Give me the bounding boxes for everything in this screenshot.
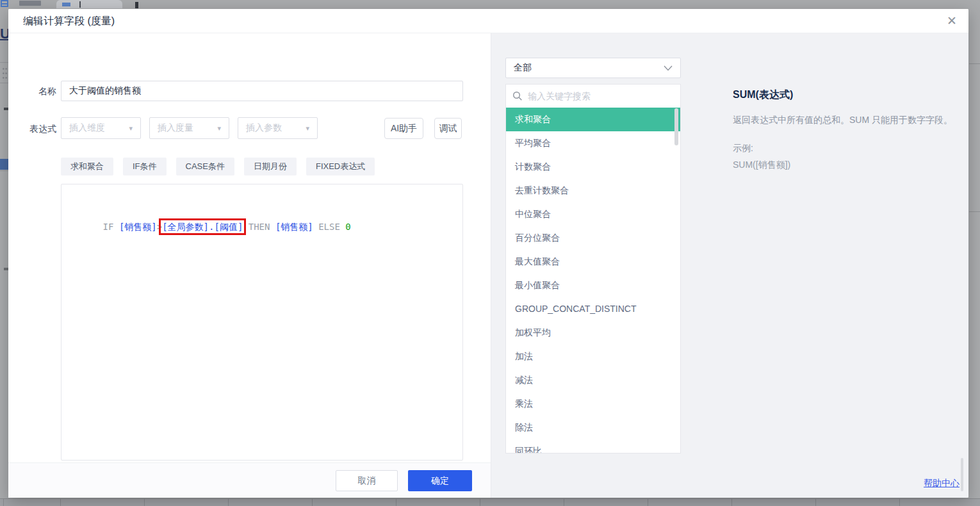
expression-token: 0 (345, 222, 350, 232)
dropdown-placeholder: 插入参数 (246, 122, 282, 134)
function-list-item[interactable]: 百分位聚合 (506, 226, 680, 250)
expression-editor[interactable]: IF [销售额]>[全局参数].[阈值] THEN [销售额] ELSE 0 (61, 184, 463, 461)
doc-title: SUM(表达式) (733, 88, 956, 102)
expression-token: > (157, 222, 162, 232)
caret-down-icon: ▾ (217, 124, 221, 133)
expression-token: [销售额] (275, 222, 313, 232)
insert-dropdown[interactable]: 插入度量 ▾ (149, 117, 229, 139)
function-reference-panel: 全部 求和聚合平均聚合计数聚合去重计数聚合中位聚合百分位聚合最大值聚合最小值聚合… (491, 33, 968, 498)
snippet-chip[interactable]: 日期月份 (244, 158, 297, 175)
function-list-item[interactable]: 最小值聚合 (506, 273, 680, 297)
caret-down-icon: ▾ (306, 124, 309, 133)
chevron-down-icon (664, 65, 673, 71)
category-select[interactable]: 全部 (505, 58, 681, 78)
name-label: 名称 (18, 86, 56, 97)
background-dash (4, 108, 8, 110)
function-search (506, 85, 680, 108)
function-list-item[interactable]: 平均聚合 (506, 131, 680, 155)
expression-token: [全局参数].[阈值] (162, 222, 243, 232)
background-divider (0, 83, 8, 83)
expression-token: THEN (243, 222, 275, 232)
expression-label: 表达式 (18, 124, 56, 135)
dialog-footer: 取消 确定 (8, 462, 491, 498)
function-list-item[interactable]: 加权平均 (506, 321, 680, 345)
background-table-grid (0, 498, 980, 506)
caret-down-icon: ▾ (129, 124, 133, 133)
function-doc: SUM(表达式) 返回表达式中所有值的总和。SUM 只能用于数字字段。 示例: … (733, 88, 956, 171)
background-divider (969, 211, 980, 212)
function-list-item[interactable]: GROUP_CONCAT_DISTINCT (506, 297, 680, 321)
debug-button[interactable]: 调试 (434, 118, 462, 139)
dropdown-placeholder: 插入维度 (69, 122, 105, 134)
function-list-item[interactable]: 求和聚合 (506, 108, 680, 131)
confirm-button[interactable]: 确定 (408, 470, 472, 491)
dialog-header: 编辑计算字段 (度量) ✕ (8, 9, 968, 33)
background-cursor-tick (79, 1, 81, 8)
function-list-item[interactable]: 最大值聚合 (506, 250, 680, 273)
expression-token: ELSE (313, 222, 346, 232)
function-list-item[interactable]: 中位聚合 (506, 202, 680, 226)
dropdown-placeholder: 插入度量 (158, 122, 193, 134)
expression-token: [销售额] (119, 222, 157, 232)
background-grid-icon (1, 0, 8, 7)
cancel-button[interactable]: 取消 (336, 470, 398, 491)
insert-dropdowns: 插入维度 ▾ 插入度量 ▾ 插入参数 ▾ (61, 117, 318, 139)
background-text-fragment (19, 1, 41, 6)
ai-assistant-button[interactable]: AI助手 (384, 118, 423, 139)
expression-form: 名称 表达式 插入维度 ▾ 插入度量 ▾ 插入参数 ▾ AI助手 调试 求和聚合… (8, 33, 491, 498)
function-list-item[interactable]: 同环比 (506, 439, 680, 453)
doc-example-label: 示例: (733, 143, 956, 154)
category-selected-value: 全部 (514, 62, 532, 74)
insert-dropdown[interactable]: 插入参数 ▾ (238, 117, 318, 139)
background-dash (4, 268, 8, 270)
help-center-link[interactable]: 帮助中心 (924, 478, 960, 489)
background-divider (969, 63, 980, 64)
search-input[interactable] (528, 91, 674, 101)
function-list-item[interactable]: 计数聚合 (506, 155, 680, 179)
background-letter: U (0, 26, 8, 40)
background-selected-row (0, 159, 8, 170)
search-icon (512, 91, 523, 101)
background-dot (135, 2, 138, 8)
background-divider (0, 62, 8, 63)
background-tab-icon (62, 3, 70, 6)
function-list-item[interactable]: 加法 (506, 345, 680, 368)
function-list-item[interactable]: 去重计数聚合 (506, 179, 680, 202)
dialog-title: 编辑计算字段 (度量) (23, 9, 115, 33)
list-scrollbar-thumb[interactable] (674, 108, 678, 145)
expression-token: IF (103, 222, 119, 232)
function-list-item[interactable]: 乘法 (506, 392, 680, 416)
snippet-chip[interactable]: 求和聚合 (61, 158, 113, 175)
name-input[interactable] (61, 81, 463, 101)
function-list: 求和聚合平均聚合计数聚合去重计数聚合中位聚合百分位聚合最大值聚合最小值聚合GRO… (506, 108, 680, 453)
drag-handle-icon (2, 67, 8, 81)
snippet-chip[interactable]: CASE条件 (176, 158, 234, 175)
doc-example-code: SUM([销售额]) (733, 159, 956, 171)
close-icon[interactable]: ✕ (947, 13, 957, 29)
function-list-item[interactable]: 减法 (506, 368, 680, 392)
expression-line: IF [销售额]>[全局参数].[阈值] THEN [销售额] ELSE 0 (70, 192, 453, 234)
function-list-item[interactable]: 除法 (506, 416, 680, 439)
edit-calculated-field-dialog: 编辑计算字段 (度量) ✕ 名称 表达式 插入维度 ▾ 插入度量 ▾ 插入参数 … (8, 9, 968, 498)
insert-dropdown[interactable]: 插入维度 ▾ (61, 117, 141, 139)
snippet-chip[interactable]: IF条件 (123, 158, 167, 175)
panel-scrollbar-thumb[interactable] (961, 458, 963, 491)
background-divider (0, 170, 8, 171)
function-list-box: 求和聚合平均聚合计数聚合去重计数聚合中位聚合百分位聚合最大值聚合最小值聚合GRO… (505, 84, 681, 453)
snippet-chip[interactable]: FIXED表达式 (306, 158, 375, 175)
snippet-chips: 求和聚合IF条件CASE条件日期月份FIXED表达式 (61, 158, 375, 175)
doc-description: 返回表达式中所有值的总和。SUM 只能用于数字字段。 (733, 111, 956, 129)
